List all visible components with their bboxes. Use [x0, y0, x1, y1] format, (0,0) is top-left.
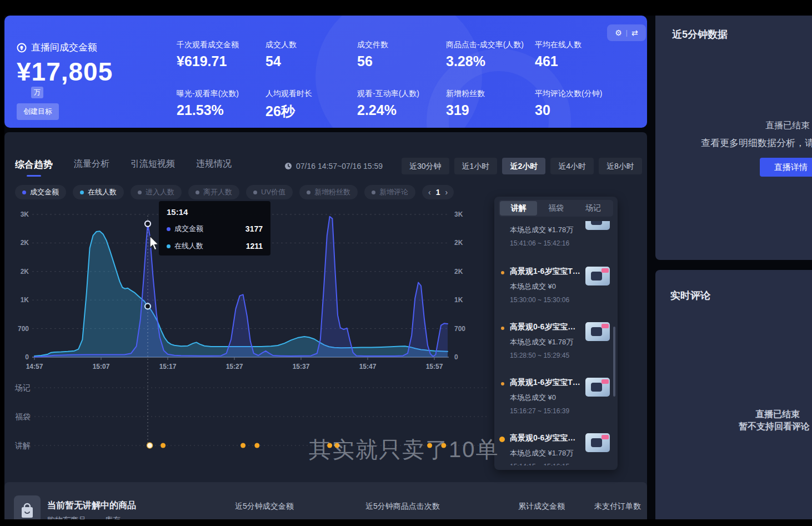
thumbnail-badge: [602, 268, 609, 273]
tooltip-series-dot-icon: [167, 227, 171, 231]
thumbnail-image: [591, 221, 602, 225]
explain-product-card: 讲解福袋场记 本场总成交 ¥1.78万15:41:06 ~ 15:42:16高景…: [494, 197, 618, 470]
main-kpi-value: ¥17,805: [17, 57, 113, 87]
product-title: 高景观0-6岁宝宝溜…: [510, 322, 581, 332]
tab-1[interactable]: 流量分析: [74, 158, 109, 176]
svg-text:15:47: 15:47: [359, 363, 377, 370]
banner-tools: ⚙ | ⇄: [607, 24, 646, 41]
product-list-item[interactable]: 高景观1-6岁宝宝T1…本场总成交 ¥015:30:00 ~ 15:30:06: [494, 267, 618, 322]
kpi-value: 319: [446, 102, 535, 118]
thumbnail-image: [591, 272, 602, 280]
legend-row: 成交金额在线人数进入人数离开人数UV价值新增粉丝数新增评论‹1›: [15, 185, 454, 199]
product-list: 本场总成交 ¥1.78万15:41:06 ~ 15:42:16高景观1-6岁宝宝…: [494, 221, 618, 465]
kpi-cell: 平均评论次数(分钟)30: [535, 89, 643, 128]
legend-label: 在线人数: [88, 187, 117, 197]
kpi-label: 商品点击-成交率(人数): [446, 40, 535, 50]
product-list-item[interactable]: 本场总成交 ¥1.78万15:41:06 ~ 15:42:16: [494, 221, 618, 267]
svg-text:3K: 3K: [21, 211, 29, 218]
product-time-range: 15:30:00 ~ 15:30:06: [510, 296, 618, 304]
product-list-item[interactable]: 高景观0-6岁宝宝溜…本场总成交 ¥1.78万15:14:15 ~ 15:16:…: [494, 433, 618, 465]
time-filter-button[interactable]: 近2小时: [502, 158, 545, 174]
legend-chip[interactable]: 进入人数: [131, 185, 182, 199]
kpi-cell: 人均观看时长26秒: [265, 89, 357, 128]
list-scrollbar[interactable]: [613, 327, 615, 397]
tab-3[interactable]: 违规情况: [196, 158, 232, 176]
kpi-grid: 千次观看成交金额¥619.71成交人数54成交件数56商品点击-成交率(人数)3…: [177, 40, 643, 128]
tooltip-series-label: 成交金额: [174, 224, 203, 234]
event-row-label: 福袋: [15, 412, 31, 422]
product-title: 高景观1-6岁宝宝T1…: [510, 378, 581, 388]
kpi-value: 30: [535, 102, 643, 118]
kpi-label: 成交件数: [357, 40, 446, 50]
event-row-label: 讲解: [15, 441, 31, 451]
kpi-value: 54: [265, 53, 357, 69]
thumbnail-badge: [602, 324, 609, 328]
create-goal-button[interactable]: 创建目标: [17, 103, 59, 120]
tooltip-series-value: 3177: [245, 224, 263, 233]
svg-text:700: 700: [454, 325, 465, 333]
time-filter-button[interactable]: 近30分钟: [402, 158, 449, 174]
product-thumbnail: [585, 378, 610, 397]
legend-dot-icon: [372, 191, 375, 194]
legend-pager: ‹1›: [422, 185, 454, 199]
kpi-cell: 成交件数56: [357, 40, 446, 89]
svg-text:0: 0: [454, 353, 458, 361]
gear-icon[interactable]: ⚙: [615, 28, 622, 37]
tooltip-series-dot-icon: [167, 244, 171, 248]
kpi-cell: 平均在线人数461: [535, 40, 643, 89]
svg-text:1K: 1K: [21, 296, 29, 304]
svg-text:14:57: 14:57: [26, 363, 43, 370]
legend-chip[interactable]: 在线人数: [73, 185, 124, 199]
legend-chip[interactable]: 成交金额: [15, 185, 66, 199]
legend-chip[interactable]: 离开人数: [188, 185, 239, 199]
legend-chip[interactable]: UV价值: [246, 185, 293, 199]
kpi-value: 56: [357, 53, 446, 69]
svg-text:0: 0: [25, 353, 29, 361]
kpi-label: 新增粉丝数: [446, 89, 535, 99]
kpi-label: 平均在线人数: [535, 40, 643, 50]
legend-label: UV价值: [261, 187, 285, 197]
kpi-value: 21.53%: [177, 102, 265, 118]
legend-label: 新增评论: [379, 187, 408, 197]
time-filter-buttons: 近30分钟近1小时近2小时近4小时近8小时: [402, 158, 642, 174]
product-time-range: 15:41:06 ~ 15:42:16: [510, 239, 618, 247]
kpi-cell: 成交人数54: [265, 40, 357, 89]
time-filter-button[interactable]: 近1小时: [454, 158, 498, 174]
product-thumbnail: [585, 267, 610, 285]
svg-text:15:17: 15:17: [159, 363, 177, 370]
svg-text:15:07: 15:07: [93, 363, 110, 370]
tab-2[interactable]: 引流短视频: [131, 158, 175, 176]
svg-text:2K: 2K: [21, 268, 29, 275]
kpi-value: ¥619.71: [177, 53, 265, 69]
legend-chip[interactable]: 新增粉丝数: [299, 185, 358, 199]
time-filter-button[interactable]: 近8小时: [599, 158, 642, 174]
time-filter-button[interactable]: 近4小时: [550, 158, 594, 174]
kpi-cell: 商品点击-成交率(人数)3.28%: [446, 40, 535, 89]
svg-text:1K: 1K: [454, 296, 463, 304]
kpi-value: 3.28%: [446, 53, 535, 69]
tab-0[interactable]: 综合趋势: [15, 158, 53, 177]
product-list-item[interactable]: 高景观1-6岁宝宝T1…本场总成交 ¥015:16:27 ~ 15:16:39: [494, 378, 618, 433]
legend-chip[interactable]: 新增评论: [364, 185, 415, 199]
kpi-cell: 曝光-观看率(次数)21.53%: [177, 89, 265, 128]
product-tab[interactable]: 讲解: [500, 201, 537, 216]
svg-text:15:37: 15:37: [293, 363, 310, 370]
product-tab[interactable]: 场记: [575, 201, 612, 216]
kpi-label: 观看-互动率(人数): [357, 89, 446, 99]
thumbnail-image: [591, 438, 602, 447]
swap-icon[interactable]: ⇄: [631, 28, 638, 37]
product-thumbnail: [585, 433, 610, 452]
product-list-item[interactable]: 高景观0-6岁宝宝溜…本场总成交 ¥1.78万15:28:50 ~ 15:29:…: [494, 322, 618, 378]
live-ended-text: 直播已结束: [755, 409, 800, 420]
bottom-stat-label: 近5分钟成交金额: [235, 502, 294, 512]
product-tab[interactable]: 福袋: [537, 201, 574, 216]
legend-dot-icon: [80, 191, 84, 194]
realtime-comments-title: 实时评论: [670, 289, 710, 302]
chevron-left-icon[interactable]: ‹: [428, 188, 431, 197]
bottom-stat-label: 未支付订单数: [594, 502, 641, 512]
product-thumbnail: [585, 221, 610, 230]
chevron-right-icon[interactable]: ›: [445, 188, 448, 197]
live-detail-button[interactable]: 直播详情: [760, 158, 812, 177]
bottom-stat-label: 累计成交金额: [518, 502, 565, 512]
kpi-value: 461: [535, 53, 643, 69]
